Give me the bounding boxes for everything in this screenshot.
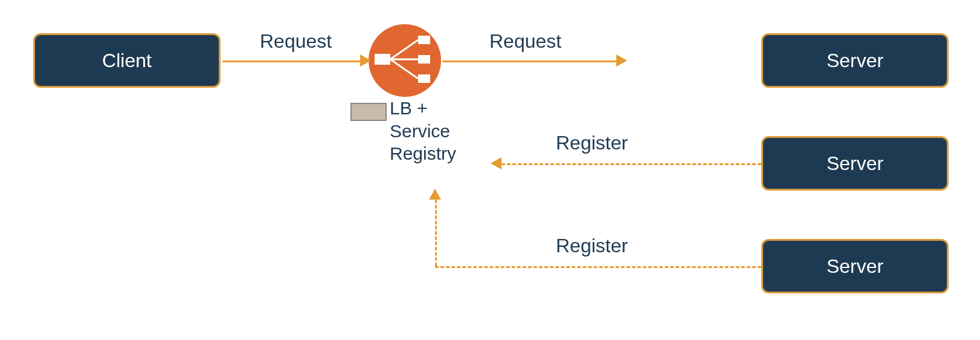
- arrow-lb-to-server1: [442, 60, 617, 62]
- svg-rect-1: [418, 36, 430, 44]
- arrow-client-to-lb: [222, 60, 361, 62]
- arrow-head-server2-to-registry: [491, 157, 501, 169]
- load-balancer-icon: [375, 32, 435, 89]
- arrow-head-server3-to-registry: [429, 189, 441, 200]
- load-balancer-node: [369, 24, 441, 97]
- arrow-server2-to-registry: [501, 163, 761, 165]
- svg-rect-2: [418, 55, 430, 64]
- arrow-label-request-2: Request: [489, 30, 561, 53]
- svg-line-4: [390, 40, 418, 59]
- client-node: Client: [33, 33, 221, 88]
- svg-line-6: [390, 59, 418, 79]
- server-1-label: Server: [827, 50, 883, 72]
- lb-label-block: LB + Service Registry: [390, 97, 456, 165]
- arrow-server3-to-registry-h: [435, 266, 761, 268]
- client-label: Client: [102, 50, 152, 72]
- lb-label-line-2: Service: [390, 120, 456, 143]
- arrow-server3-to-registry-v: [435, 200, 437, 266]
- server-2-label: Server: [827, 152, 883, 175]
- arrow-label-request-1: Request: [260, 30, 332, 53]
- lb-label-line-3: Registry: [390, 142, 456, 165]
- server-node-2: Server: [761, 136, 949, 191]
- arrow-head-client-to-lb: [360, 54, 371, 67]
- registry-db-icon: [350, 103, 387, 121]
- server-node-3: Server: [761, 239, 949, 293]
- server-node-1: Server: [761, 33, 949, 88]
- svg-rect-3: [418, 74, 430, 83]
- arrow-label-register-2: Register: [556, 235, 628, 257]
- arrow-label-register-1: Register: [556, 132, 628, 154]
- arrow-head-lb-to-server1: [616, 54, 627, 67]
- lb-label-line-1: LB +: [390, 97, 456, 120]
- svg-rect-0: [375, 54, 390, 65]
- server-3-label: Server: [827, 255, 883, 278]
